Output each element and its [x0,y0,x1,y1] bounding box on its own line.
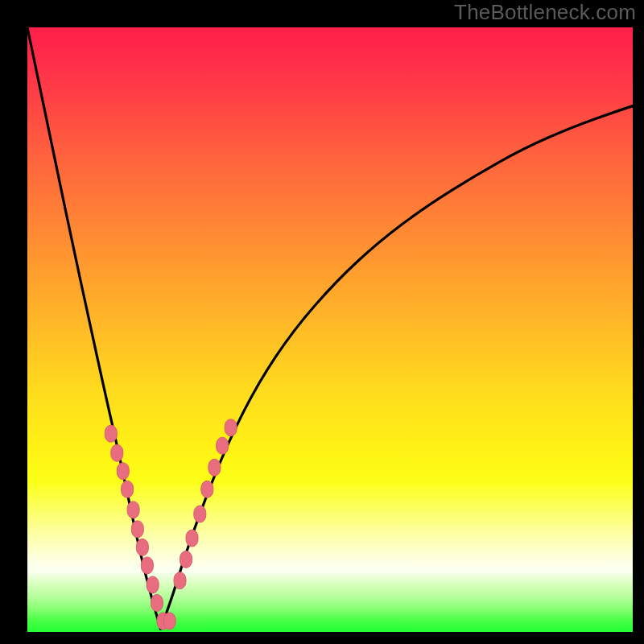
marker-point [194,506,206,522]
marker-point [217,437,229,454]
marker-point [117,463,129,480]
marker-point [208,459,221,476]
marker-point [147,576,159,593]
marker-point [180,551,192,568]
marker-point [127,502,139,518]
marker-point [225,419,237,436]
chart-svg [27,27,633,632]
marker-point [131,521,143,538]
marker-point [174,572,186,589]
curve-right-branch [160,106,633,630]
marker-point [163,613,175,630]
watermark-text: TheBottleneck.com [454,0,636,25]
marker-point [141,557,153,574]
curve-left-path [27,27,160,629]
marker-point [186,530,198,547]
marker-point [122,481,134,497]
marker-point [151,594,163,611]
curve-left-branch [27,27,160,629]
chart-root: TheBottleneck.com [0,0,644,644]
marker-point [136,539,148,555]
marker-point [111,444,123,461]
curve-right-path [160,106,633,630]
marker-point [105,425,117,442]
marker-point [201,481,213,497]
